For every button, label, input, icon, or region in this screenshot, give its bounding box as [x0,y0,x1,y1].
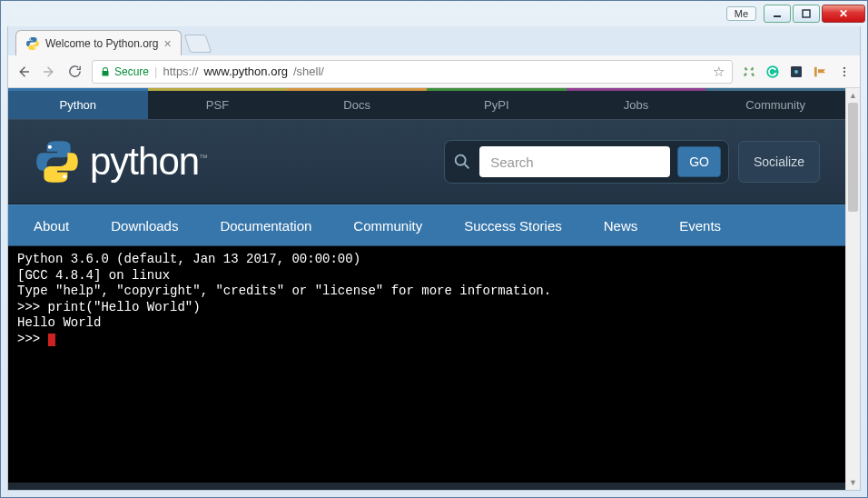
python-favicon-icon [25,36,40,51]
svg-point-9 [843,74,845,75]
topnav-docs[interactable]: Docs [287,88,427,119]
address-bar[interactable]: Secure | https://www.python.org/shell/ ☆ [92,60,733,84]
lock-icon [100,66,111,77]
scroll-thumb[interactable] [848,103,858,212]
content-area: Python PSF Docs PyPI Jobs Community [8,88,860,490]
tab-close-button[interactable]: × [164,36,172,51]
site-top-nav: Python PSF Docs PyPI Jobs Community [8,88,845,119]
forward-button[interactable] [41,64,57,80]
terminal-line: [GCC 4.8.4] on linux [17,268,170,283]
svg-point-10 [48,145,52,149]
socialize-button[interactable]: Socialize [738,141,820,183]
svg-point-8 [843,70,845,72]
scroll-down-button[interactable]: ▼ [846,475,860,490]
terminal-line: >>> print("Hello World") [17,300,201,314]
window-minimize-button[interactable] [764,5,791,23]
hero-bar: python™ GO Socialize [8,119,845,204]
window-user-badge: Me [726,6,756,21]
python-logo[interactable]: python™ [34,138,207,185]
main-nav: About Downloads Documentation Community … [8,204,845,246]
python-shell-terminal[interactable]: Python 3.6.0 (default, Jan 13 2017, 00:0… [8,246,845,483]
search-icon [452,152,472,172]
kebab-icon [838,65,851,78]
arrow-right-icon [41,64,57,80]
reload-button[interactable] [66,64,83,80]
reload-icon [67,64,83,79]
nav-events[interactable]: Events [672,207,728,244]
window-maximize-button[interactable] [793,5,820,23]
python-logo-icon [34,138,81,185]
search-box: GO [444,140,729,184]
maximize-icon [802,9,811,18]
tab-title: Welcome to Python.org [45,37,159,50]
recycle-ext-icon[interactable] [742,65,756,79]
topnav-community[interactable]: Community [705,88,845,119]
extension-icons [742,64,853,80]
window-titlebar: Me ✕ [1,1,867,26]
window-close-button[interactable]: ✕ [822,5,865,23]
chrome-menu-button[interactable] [836,64,853,80]
window-frame: Me ✕ Welcome to Python.org × [0,0,868,498]
svg-rect-1 [803,10,810,17]
url-scheme: https:// [163,65,198,78]
secure-label: Secure [114,65,149,78]
topnav-python[interactable]: Python [8,88,148,119]
back-button[interactable] [15,64,32,80]
grammarly-ext-icon[interactable] [765,65,780,79]
nav-success-stories[interactable]: Success Stories [457,207,569,244]
terminal-cursor [48,334,55,346]
svg-point-2 [30,38,31,39]
minimize-icon [773,9,782,18]
new-tab-button[interactable] [183,35,211,53]
browser-toolbar: Secure | https://www.python.org/shell/ ☆ [8,55,860,88]
search-go-button[interactable]: GO [677,146,721,177]
svg-point-6 [794,70,798,74]
topnav-jobs[interactable]: Jobs [567,88,706,119]
tab-strip: Welcome to Python.org × [8,26,860,55]
nav-about[interactable]: About [26,207,76,244]
secure-indicator: Secure [100,65,149,78]
nav-documentation[interactable]: Documentation [212,207,319,244]
logo-text: python™ [90,140,207,184]
svg-point-12 [456,155,466,165]
svg-point-3 [35,47,35,48]
bookmark-button[interactable]: ☆ [713,64,725,80]
search-area: GO Socialize [444,140,820,184]
close-icon: ✕ [839,7,848,20]
nav-community[interactable]: Community [346,207,429,244]
svg-point-7 [843,66,845,68]
browser-chrome: Welcome to Python.org × Secure | htt [7,26,861,491]
svg-rect-0 [774,15,781,17]
topnav-psf[interactable]: PSF [148,88,288,119]
nav-news[interactable]: News [597,207,646,244]
terminal-line: Hello World [17,315,101,330]
page-body: Python PSF Docs PyPI Jobs Community [8,88,845,490]
search-input[interactable] [479,146,670,177]
url-host: www.python.org [203,65,288,78]
browser-tab[interactable]: Welcome to Python.org × [15,30,182,55]
vertical-scrollbar[interactable]: ▲ ▼ [845,88,860,490]
svg-point-11 [63,174,66,178]
url-path: /shell/ [293,65,324,78]
arrow-left-icon [15,64,32,80]
saw-ext-icon[interactable] [813,65,827,79]
scroll-up-button[interactable]: ▲ [846,88,860,103]
nav-downloads[interactable]: Downloads [104,207,185,244]
terminal-line: Python 3.6.0 (default, Jan 13 2017, 00:0… [17,252,360,266]
topnav-pypi[interactable]: PyPI [427,88,567,119]
terminal-prompt: >>> [17,332,48,346]
terminal-line: Type "help", "copyright", "credits" or "… [17,284,551,298]
puzzle-ext-icon[interactable] [789,65,804,79]
